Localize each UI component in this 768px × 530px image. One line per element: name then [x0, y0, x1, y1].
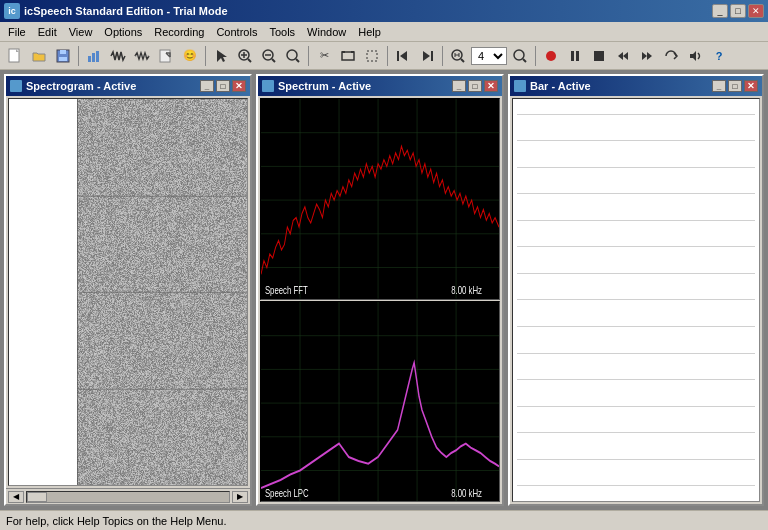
open-button[interactable] — [28, 45, 50, 67]
bar-row-10 — [517, 353, 755, 354]
spectrum-close-button[interactable]: ✕ — [484, 80, 498, 92]
save-button[interactable] — [52, 45, 74, 67]
spectrum-content: Speech FFT 8.00 kHz — [258, 96, 502, 504]
spectrogram-close-button[interactable]: ✕ — [232, 80, 246, 92]
menu-window[interactable]: Window — [301, 24, 352, 40]
svg-rect-4 — [88, 56, 91, 62]
svg-point-15 — [287, 50, 297, 60]
menu-controls[interactable]: Controls — [210, 24, 263, 40]
bar-content — [510, 96, 762, 504]
pause-button[interactable] — [564, 45, 586, 67]
svg-rect-31 — [571, 51, 574, 61]
spectrum-title-bar: Spectrum - Active _ □ ✕ — [258, 76, 502, 96]
spectrogram-content: ◀ ▶ — [6, 96, 250, 504]
menu-help[interactable]: Help — [352, 24, 387, 40]
export-button[interactable] — [155, 45, 177, 67]
spectrogram-panel-icon — [10, 80, 22, 92]
lpc-chart: Speech LPC 8.00 kHz — [260, 301, 500, 503]
bar-minimize-button[interactable]: _ — [712, 80, 726, 92]
svg-rect-6 — [96, 51, 99, 62]
face-button[interactable]: 😊 — [179, 45, 201, 67]
svg-line-13 — [272, 59, 275, 62]
status-bar: For help, click Help Topics on the Help … — [0, 510, 768, 530]
scroll-track[interactable] — [26, 491, 230, 503]
menu-recording[interactable]: Recording — [148, 24, 210, 40]
stop-button[interactable] — [588, 45, 610, 67]
prev-button[interactable] — [392, 45, 414, 67]
spectrum-minimize-button[interactable]: _ — [452, 80, 466, 92]
cursor-button[interactable] — [210, 45, 232, 67]
spectrogram-panel-controls: _ □ ✕ — [200, 80, 246, 92]
zoom-sel-button[interactable] — [282, 45, 304, 67]
sep6 — [535, 46, 536, 66]
zoom-level-select[interactable]: 4 2 8 16 — [471, 47, 507, 65]
scroll-left-button[interactable]: ◀ — [8, 491, 24, 503]
zoom-out-button[interactable] — [258, 45, 280, 67]
loop-button[interactable] — [660, 45, 682, 67]
bar-maximize-button[interactable]: □ — [728, 80, 742, 92]
svg-text:Speech LPC: Speech LPC — [265, 487, 309, 500]
next-button[interactable] — [416, 45, 438, 67]
menu-bar: File Edit View Options Recording Control… — [0, 22, 768, 42]
zoom-apply-button[interactable] — [509, 45, 531, 67]
bar-row-12 — [517, 406, 755, 407]
zoom-in-button[interactable] — [234, 45, 256, 67]
toolbar: 😊 ✂ 4 2 8 16 — [0, 42, 768, 70]
zoom-fit2-button[interactable] — [447, 45, 469, 67]
svg-rect-17 — [342, 52, 354, 60]
menu-options[interactable]: Options — [98, 24, 148, 40]
menu-view[interactable]: View — [63, 24, 99, 40]
spectrogram-minimize-button[interactable]: _ — [200, 80, 214, 92]
spectrogram-title: Spectrogram - Active — [26, 80, 136, 92]
menu-tools[interactable]: Tools — [263, 24, 301, 40]
app-title: icSpeech Standard Edition - Trial Mode — [24, 5, 228, 17]
spectrogram-maximize-button[interactable]: □ — [216, 80, 230, 92]
scroll-right-button[interactable]: ▶ — [232, 491, 248, 503]
close-button[interactable]: ✕ — [748, 4, 764, 18]
select-button[interactable] — [361, 45, 383, 67]
sep2 — [205, 46, 206, 66]
svg-point-28 — [514, 50, 524, 60]
svg-point-30 — [546, 51, 556, 61]
sep1 — [78, 46, 79, 66]
fast-forward-button[interactable] — [636, 45, 658, 67]
fft-chart: Speech FFT 8.00 kHz — [260, 98, 500, 300]
bar-row-9 — [517, 326, 755, 327]
bar-row-3 — [517, 167, 755, 168]
bar-panel: Bar - Active _ □ ✕ — [508, 74, 764, 506]
menu-file[interactable]: File — [2, 24, 32, 40]
svg-rect-33 — [594, 51, 604, 61]
bar-panel-icon — [514, 80, 526, 92]
title-controls: _ □ ✕ — [712, 4, 764, 18]
fit-button[interactable] — [337, 45, 359, 67]
bar-row-4 — [517, 193, 755, 194]
rewind-button[interactable] — [612, 45, 634, 67]
help-button[interactable]: ? — [708, 45, 730, 67]
svg-rect-20 — [367, 51, 377, 61]
record-button[interactable] — [540, 45, 562, 67]
bar-row-2 — [517, 140, 755, 141]
cut-button[interactable]: ✂ — [313, 45, 335, 67]
bar-close-button[interactable]: ✕ — [744, 80, 758, 92]
spectrogram-panel: Spectrogram - Active _ □ ✕ ◀ ▶ — [4, 74, 252, 506]
scroll-thumb[interactable] — [27, 492, 47, 502]
bar-panel-controls: _ □ ✕ — [712, 80, 758, 92]
fft-svg: Speech FFT 8.00 kHz — [261, 99, 499, 299]
waveform1-button[interactable] — [107, 45, 129, 67]
new-button[interactable] — [4, 45, 26, 67]
bar-row-6 — [517, 246, 755, 247]
spectrum-title: Spectrum - Active — [278, 80, 371, 92]
status-message: For help, click Help Topics on the Help … — [6, 515, 227, 527]
spectrogram-title-bar: Spectrogram - Active _ □ ✕ — [6, 76, 250, 96]
bar-chart-button[interactable] — [83, 45, 105, 67]
svg-rect-3 — [59, 57, 67, 61]
svg-text:8.00 kHz: 8.00 kHz — [451, 284, 482, 297]
volume-button[interactable] — [684, 45, 706, 67]
bar-title-left: Bar - Active — [514, 80, 591, 92]
menu-edit[interactable]: Edit — [32, 24, 63, 40]
bar-row-7 — [517, 273, 755, 274]
waveform2-button[interactable] — [131, 45, 153, 67]
spectrum-maximize-button[interactable]: □ — [468, 80, 482, 92]
minimize-button[interactable]: _ — [712, 4, 728, 18]
maximize-button[interactable]: □ — [730, 4, 746, 18]
